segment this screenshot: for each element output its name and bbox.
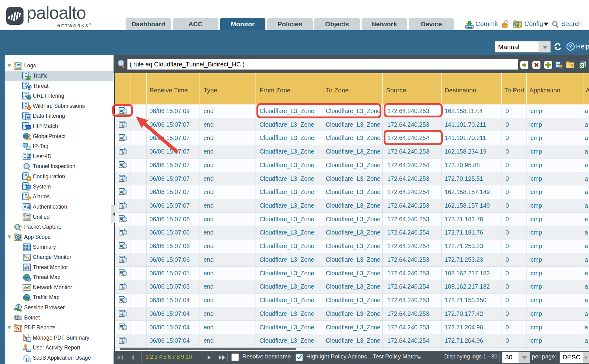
- svg-text:?: ?: [569, 44, 572, 49]
